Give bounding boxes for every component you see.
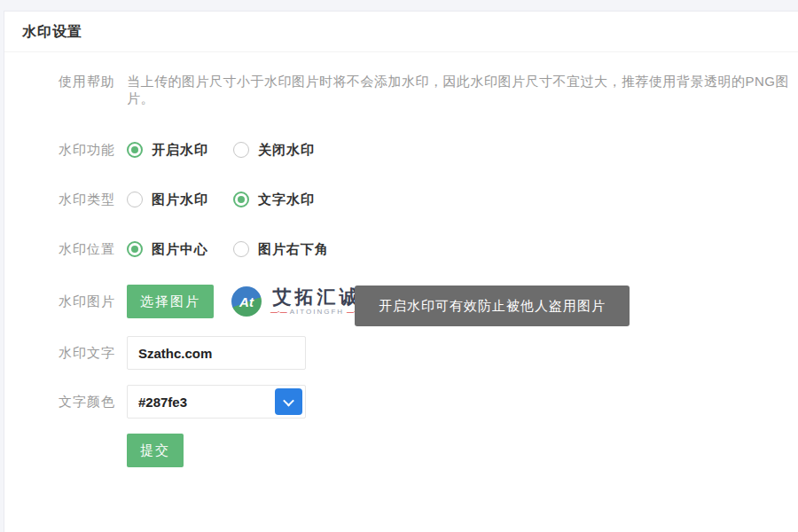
current-watermark-image: At 艾拓汇诚 —·— AITOINGFH —·— bbox=[231, 286, 366, 317]
chevron-down-icon bbox=[283, 395, 294, 406]
radio-label: 文字水印 bbox=[258, 192, 315, 208]
function-row-label: 水印功能 bbox=[59, 142, 127, 159]
type-row-label: 水印类型 bbox=[59, 192, 127, 208]
logo-subtitle: —·— AITOINGFH —·— bbox=[268, 308, 366, 317]
text-color-row: 文字颜色 bbox=[4, 385, 798, 419]
watermark-function-row: 水印功能 开启水印 关闭水印 bbox=[4, 136, 798, 164]
help-row: 使用帮助 当上传的图片尺寸小于水印图片时将不会添加水印，因此水印图片尺寸不宜过大… bbox=[4, 74, 798, 107]
page-title: 水印设置 bbox=[22, 24, 82, 39]
logo-dash-left: —·— bbox=[270, 308, 287, 317]
radio-selected-icon[interactable] bbox=[127, 241, 143, 257]
radio-unselected-icon[interactable] bbox=[233, 142, 249, 158]
radio-selected-icon[interactable] bbox=[233, 192, 249, 207]
radio-label: 图片中心 bbox=[152, 241, 208, 258]
watermark-settings-panel: 水印设置 使用帮助 当上传的图片尺寸小于水印图片时将不会添加水印，因此水印图片尺… bbox=[4, 11, 798, 532]
logo-monogram-icon: At bbox=[231, 286, 262, 317]
watermark-text-row: 水印文字 bbox=[4, 336, 798, 370]
position-row-label: 水印位置 bbox=[59, 241, 127, 258]
radio-text-watermark[interactable]: 文字水印 bbox=[233, 192, 315, 208]
radio-label: 图片右下角 bbox=[258, 241, 329, 258]
radio-unselected-icon[interactable] bbox=[233, 241, 249, 257]
watermark-type-row: 水印类型 图片水印 文字水印 bbox=[4, 185, 798, 214]
radio-image-watermark[interactable]: 图片水印 bbox=[127, 192, 208, 208]
help-label: 使用帮助 bbox=[59, 74, 127, 90]
watermark-position-row: 水印位置 图片中心 图片右下角 bbox=[4, 235, 798, 263]
radio-label: 图片水印 bbox=[152, 192, 208, 208]
panel-header: 水印设置 bbox=[4, 12, 798, 52]
submit-row: 提交 bbox=[4, 434, 798, 467]
radio-position-bottom-right[interactable]: 图片右下角 bbox=[233, 241, 329, 258]
watermark-text-input[interactable] bbox=[127, 336, 306, 370]
radio-disable-watermark[interactable]: 关闭水印 bbox=[233, 142, 315, 159]
radio-label: 关闭水印 bbox=[258, 142, 315, 159]
color-row-label: 文字颜色 bbox=[59, 394, 127, 411]
radio-selected-icon[interactable] bbox=[127, 142, 143, 158]
radio-label: 开启水印 bbox=[152, 142, 208, 159]
text-row-label: 水印文字 bbox=[59, 345, 127, 362]
choose-image-button[interactable]: 选择图片 bbox=[127, 285, 214, 318]
image-row-label: 水印图片 bbox=[59, 293, 127, 310]
radio-unselected-icon[interactable] bbox=[127, 192, 143, 207]
color-picker-toggle-button[interactable] bbox=[275, 388, 302, 415]
help-text: 当上传的图片尺寸小于水印图片时将不会添加水印，因此水印图片尺寸不宜过大，推荐使用… bbox=[127, 74, 798, 107]
logo-name: 艾拓汇诚 bbox=[272, 286, 361, 308]
submit-button[interactable]: 提交 bbox=[127, 434, 184, 467]
tooltip: 开启水印可有效防止被他人盗用图片 bbox=[355, 286, 630, 326]
radio-enable-watermark[interactable]: 开启水印 bbox=[127, 142, 208, 159]
color-picker-group bbox=[127, 385, 306, 419]
radio-position-center[interactable]: 图片中心 bbox=[127, 241, 208, 258]
watermark-form: 使用帮助 当上传的图片尺寸小于水印图片时将不会添加水印，因此水印图片尺寸不宜过大… bbox=[4, 52, 798, 467]
